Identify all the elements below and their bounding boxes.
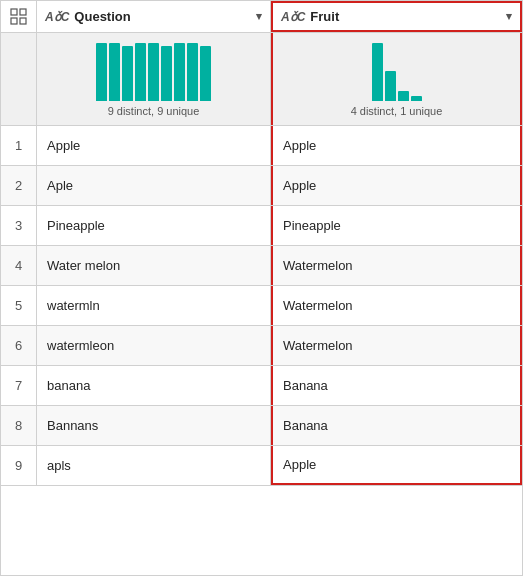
svg-rect-0 (11, 9, 17, 15)
question-cell: Pineapple (37, 206, 271, 245)
rows-container: 1 Apple Apple 2 Aple Apple 3 Pineapple P… (1, 126, 522, 486)
histogram-question: 9 distinct, 9 unique (37, 33, 271, 125)
table-row: 6 watermleon Watermelon (1, 326, 522, 366)
question-stats: 9 distinct, 9 unique (108, 105, 200, 117)
data-table: AǒC Question ▾ AǒC Fruit ▾ 9 disti (0, 0, 523, 576)
fruit-cell: Banana (271, 366, 522, 405)
fruit-column-label: Fruit (310, 9, 339, 24)
row-number: 5 (1, 286, 37, 325)
fruit-cell: Apple (271, 166, 522, 205)
row-number: 3 (1, 206, 37, 245)
fruit-bars (372, 41, 422, 101)
fruit-cell: Apple (271, 446, 522, 485)
row-number: 7 (1, 366, 37, 405)
question-cell: apls (37, 446, 271, 485)
row-number: 1 (1, 126, 37, 165)
question-cell: Water melon (37, 246, 271, 285)
bar (161, 46, 172, 101)
bar (187, 43, 198, 101)
bar (135, 43, 146, 101)
grid-icon (10, 8, 28, 26)
header-row: AǒC Question ▾ AǒC Fruit ▾ (1, 1, 522, 33)
fruit-stats: 4 distinct, 1 unique (351, 105, 443, 117)
histogram-row: 9 distinct, 9 unique 4 distinct, 1 uniqu… (1, 33, 522, 126)
fruit-dropdown-arrow[interactable]: ▾ (506, 10, 512, 23)
table-row: 7 banana Banana (1, 366, 522, 406)
question-dropdown-arrow[interactable]: ▾ (256, 10, 262, 23)
svg-rect-1 (20, 9, 26, 15)
column-header-question[interactable]: AǒC Question ▾ (37, 1, 271, 32)
row-num-header (1, 1, 37, 32)
bar (148, 43, 159, 101)
question-cell: Bannans (37, 406, 271, 445)
bar (385, 71, 396, 101)
table-row: 4 Water melon Watermelon (1, 246, 522, 286)
bar (200, 46, 211, 101)
fruit-cell: Banana (271, 406, 522, 445)
table-row: 3 Pineapple Pineapple (1, 206, 522, 246)
question-column-label: Question (74, 9, 130, 24)
table-row: 9 apls Apple (1, 446, 522, 486)
bar (96, 43, 107, 101)
svg-rect-2 (11, 18, 17, 24)
fruit-cell: Pineapple (271, 206, 522, 245)
table-row: 8 Bannans Banana (1, 406, 522, 446)
row-number: 6 (1, 326, 37, 365)
question-cell: watermln (37, 286, 271, 325)
histogram-fruit: 4 distinct, 1 unique (271, 33, 522, 125)
question-bars (96, 41, 211, 101)
bar (411, 96, 422, 101)
bar (109, 43, 120, 101)
fruit-cell: Watermelon (271, 326, 522, 365)
svg-rect-3 (20, 18, 26, 24)
bar (174, 43, 185, 101)
row-number: 9 (1, 446, 37, 485)
fruit-cell: Apple (271, 126, 522, 165)
column-header-fruit[interactable]: AǒC Fruit ▾ (271, 1, 522, 32)
question-type-icon: AǒC (45, 10, 69, 24)
row-number: 2 (1, 166, 37, 205)
table-row: 2 Aple Apple (1, 166, 522, 206)
question-cell: banana (37, 366, 271, 405)
bar (372, 43, 383, 101)
question-cell: Aple (37, 166, 271, 205)
question-cell: watermleon (37, 326, 271, 365)
fruit-cell: Watermelon (271, 286, 522, 325)
table-row: 1 Apple Apple (1, 126, 522, 166)
bar (122, 46, 133, 101)
question-cell: Apple (37, 126, 271, 165)
fruit-cell: Watermelon (271, 246, 522, 285)
histogram-num-cell (1, 33, 37, 125)
row-number: 4 (1, 246, 37, 285)
bar (398, 91, 409, 101)
table-row: 5 watermln Watermelon (1, 286, 522, 326)
row-number: 8 (1, 406, 37, 445)
fruit-type-icon: AǒC (281, 10, 305, 24)
